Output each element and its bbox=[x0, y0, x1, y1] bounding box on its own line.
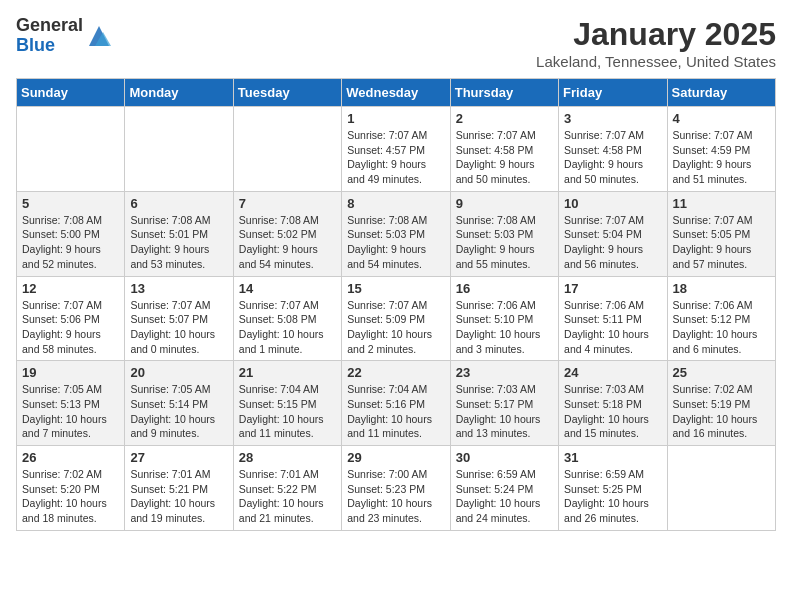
calendar-cell: 27Sunrise: 7:01 AM Sunset: 5:21 PM Dayli… bbox=[125, 446, 233, 531]
calendar-cell: 15Sunrise: 7:07 AM Sunset: 5:09 PM Dayli… bbox=[342, 276, 450, 361]
calendar-cell: 29Sunrise: 7:00 AM Sunset: 5:23 PM Dayli… bbox=[342, 446, 450, 531]
weekday-header-saturday: Saturday bbox=[667, 79, 775, 107]
day-info: Sunrise: 7:01 AM Sunset: 5:21 PM Dayligh… bbox=[130, 467, 227, 526]
calendar-cell: 25Sunrise: 7:02 AM Sunset: 5:19 PM Dayli… bbox=[667, 361, 775, 446]
calendar-cell: 14Sunrise: 7:07 AM Sunset: 5:08 PM Dayli… bbox=[233, 276, 341, 361]
calendar-cell: 28Sunrise: 7:01 AM Sunset: 5:22 PM Dayli… bbox=[233, 446, 341, 531]
day-info: Sunrise: 6:59 AM Sunset: 5:25 PM Dayligh… bbox=[564, 467, 661, 526]
day-number: 31 bbox=[564, 450, 661, 465]
calendar-cell: 24Sunrise: 7:03 AM Sunset: 5:18 PM Dayli… bbox=[559, 361, 667, 446]
day-info: Sunrise: 7:02 AM Sunset: 5:20 PM Dayligh… bbox=[22, 467, 119, 526]
day-info: Sunrise: 7:07 AM Sunset: 4:58 PM Dayligh… bbox=[456, 128, 553, 187]
calendar-week-row: 12Sunrise: 7:07 AM Sunset: 5:06 PM Dayli… bbox=[17, 276, 776, 361]
day-number: 13 bbox=[130, 281, 227, 296]
weekday-header-thursday: Thursday bbox=[450, 79, 558, 107]
calendar-cell: 30Sunrise: 6:59 AM Sunset: 5:24 PM Dayli… bbox=[450, 446, 558, 531]
weekday-header-monday: Monday bbox=[125, 79, 233, 107]
day-info: Sunrise: 7:02 AM Sunset: 5:19 PM Dayligh… bbox=[673, 382, 770, 441]
day-info: Sunrise: 7:06 AM Sunset: 5:12 PM Dayligh… bbox=[673, 298, 770, 357]
weekday-header-friday: Friday bbox=[559, 79, 667, 107]
day-info: Sunrise: 7:01 AM Sunset: 5:22 PM Dayligh… bbox=[239, 467, 336, 526]
day-number: 28 bbox=[239, 450, 336, 465]
calendar-cell: 9Sunrise: 7:08 AM Sunset: 5:03 PM Daylig… bbox=[450, 191, 558, 276]
day-number: 14 bbox=[239, 281, 336, 296]
weekday-header-row: SundayMondayTuesdayWednesdayThursdayFrid… bbox=[17, 79, 776, 107]
weekday-header-sunday: Sunday bbox=[17, 79, 125, 107]
day-info: Sunrise: 7:05 AM Sunset: 5:13 PM Dayligh… bbox=[22, 382, 119, 441]
calendar-week-row: 1Sunrise: 7:07 AM Sunset: 4:57 PM Daylig… bbox=[17, 107, 776, 192]
day-info: Sunrise: 7:07 AM Sunset: 5:08 PM Dayligh… bbox=[239, 298, 336, 357]
calendar-week-row: 5Sunrise: 7:08 AM Sunset: 5:00 PM Daylig… bbox=[17, 191, 776, 276]
calendar-cell: 21Sunrise: 7:04 AM Sunset: 5:15 PM Dayli… bbox=[233, 361, 341, 446]
day-info: Sunrise: 7:06 AM Sunset: 5:10 PM Dayligh… bbox=[456, 298, 553, 357]
calendar-table: SundayMondayTuesdayWednesdayThursdayFrid… bbox=[16, 78, 776, 531]
calendar-cell: 1Sunrise: 7:07 AM Sunset: 4:57 PM Daylig… bbox=[342, 107, 450, 192]
day-number: 15 bbox=[347, 281, 444, 296]
calendar-cell: 5Sunrise: 7:08 AM Sunset: 5:00 PM Daylig… bbox=[17, 191, 125, 276]
day-number: 19 bbox=[22, 365, 119, 380]
day-info: Sunrise: 7:07 AM Sunset: 4:57 PM Dayligh… bbox=[347, 128, 444, 187]
calendar-week-row: 26Sunrise: 7:02 AM Sunset: 5:20 PM Dayli… bbox=[17, 446, 776, 531]
calendar-cell: 31Sunrise: 6:59 AM Sunset: 5:25 PM Dayli… bbox=[559, 446, 667, 531]
weekday-header-tuesday: Tuesday bbox=[233, 79, 341, 107]
calendar-cell bbox=[125, 107, 233, 192]
day-number: 6 bbox=[130, 196, 227, 211]
calendar-cell: 11Sunrise: 7:07 AM Sunset: 5:05 PM Dayli… bbox=[667, 191, 775, 276]
day-info: Sunrise: 7:04 AM Sunset: 5:15 PM Dayligh… bbox=[239, 382, 336, 441]
calendar-cell: 8Sunrise: 7:08 AM Sunset: 5:03 PM Daylig… bbox=[342, 191, 450, 276]
day-number: 21 bbox=[239, 365, 336, 380]
calendar-cell bbox=[233, 107, 341, 192]
location-title: Lakeland, Tennessee, United States bbox=[536, 53, 776, 70]
day-number: 24 bbox=[564, 365, 661, 380]
calendar-cell: 10Sunrise: 7:07 AM Sunset: 5:04 PM Dayli… bbox=[559, 191, 667, 276]
day-number: 27 bbox=[130, 450, 227, 465]
day-info: Sunrise: 7:07 AM Sunset: 5:04 PM Dayligh… bbox=[564, 213, 661, 272]
day-info: Sunrise: 7:08 AM Sunset: 5:03 PM Dayligh… bbox=[456, 213, 553, 272]
day-info: Sunrise: 6:59 AM Sunset: 5:24 PM Dayligh… bbox=[456, 467, 553, 526]
day-info: Sunrise: 7:06 AM Sunset: 5:11 PM Dayligh… bbox=[564, 298, 661, 357]
day-info: Sunrise: 7:08 AM Sunset: 5:03 PM Dayligh… bbox=[347, 213, 444, 272]
calendar-cell: 26Sunrise: 7:02 AM Sunset: 5:20 PM Dayli… bbox=[17, 446, 125, 531]
calendar-cell: 17Sunrise: 7:06 AM Sunset: 5:11 PM Dayli… bbox=[559, 276, 667, 361]
day-number: 17 bbox=[564, 281, 661, 296]
calendar-cell: 3Sunrise: 7:07 AM Sunset: 4:58 PM Daylig… bbox=[559, 107, 667, 192]
calendar-cell: 23Sunrise: 7:03 AM Sunset: 5:17 PM Dayli… bbox=[450, 361, 558, 446]
calendar-cell: 18Sunrise: 7:06 AM Sunset: 5:12 PM Dayli… bbox=[667, 276, 775, 361]
day-number: 10 bbox=[564, 196, 661, 211]
day-number: 7 bbox=[239, 196, 336, 211]
calendar-cell: 20Sunrise: 7:05 AM Sunset: 5:14 PM Dayli… bbox=[125, 361, 233, 446]
day-number: 25 bbox=[673, 365, 770, 380]
day-number: 5 bbox=[22, 196, 119, 211]
day-info: Sunrise: 7:08 AM Sunset: 5:01 PM Dayligh… bbox=[130, 213, 227, 272]
title-block: January 2025 Lakeland, Tennessee, United… bbox=[536, 16, 776, 70]
day-info: Sunrise: 7:07 AM Sunset: 4:59 PM Dayligh… bbox=[673, 128, 770, 187]
calendar-week-row: 19Sunrise: 7:05 AM Sunset: 5:13 PM Dayli… bbox=[17, 361, 776, 446]
day-info: Sunrise: 7:08 AM Sunset: 5:00 PM Dayligh… bbox=[22, 213, 119, 272]
day-number: 20 bbox=[130, 365, 227, 380]
calendar-cell: 2Sunrise: 7:07 AM Sunset: 4:58 PM Daylig… bbox=[450, 107, 558, 192]
day-info: Sunrise: 7:00 AM Sunset: 5:23 PM Dayligh… bbox=[347, 467, 444, 526]
day-info: Sunrise: 7:04 AM Sunset: 5:16 PM Dayligh… bbox=[347, 382, 444, 441]
day-number: 16 bbox=[456, 281, 553, 296]
calendar-cell: 13Sunrise: 7:07 AM Sunset: 5:07 PM Dayli… bbox=[125, 276, 233, 361]
day-info: Sunrise: 7:05 AM Sunset: 5:14 PM Dayligh… bbox=[130, 382, 227, 441]
day-info: Sunrise: 7:07 AM Sunset: 5:05 PM Dayligh… bbox=[673, 213, 770, 272]
calendar-cell bbox=[667, 446, 775, 531]
logo: General Blue bbox=[16, 16, 113, 56]
day-number: 8 bbox=[347, 196, 444, 211]
day-info: Sunrise: 7:03 AM Sunset: 5:18 PM Dayligh… bbox=[564, 382, 661, 441]
day-number: 30 bbox=[456, 450, 553, 465]
day-number: 22 bbox=[347, 365, 444, 380]
calendar-cell: 7Sunrise: 7:08 AM Sunset: 5:02 PM Daylig… bbox=[233, 191, 341, 276]
day-number: 23 bbox=[456, 365, 553, 380]
calendar-cell bbox=[17, 107, 125, 192]
day-number: 2 bbox=[456, 111, 553, 126]
calendar-cell: 22Sunrise: 7:04 AM Sunset: 5:16 PM Dayli… bbox=[342, 361, 450, 446]
day-number: 1 bbox=[347, 111, 444, 126]
calendar-cell: 12Sunrise: 7:07 AM Sunset: 5:06 PM Dayli… bbox=[17, 276, 125, 361]
page-header: General Blue January 2025 Lakeland, Tenn… bbox=[16, 16, 776, 70]
day-info: Sunrise: 7:07 AM Sunset: 4:58 PM Dayligh… bbox=[564, 128, 661, 187]
logo-icon bbox=[85, 22, 113, 50]
calendar-cell: 19Sunrise: 7:05 AM Sunset: 5:13 PM Dayli… bbox=[17, 361, 125, 446]
logo-blue: Blue bbox=[16, 36, 83, 56]
